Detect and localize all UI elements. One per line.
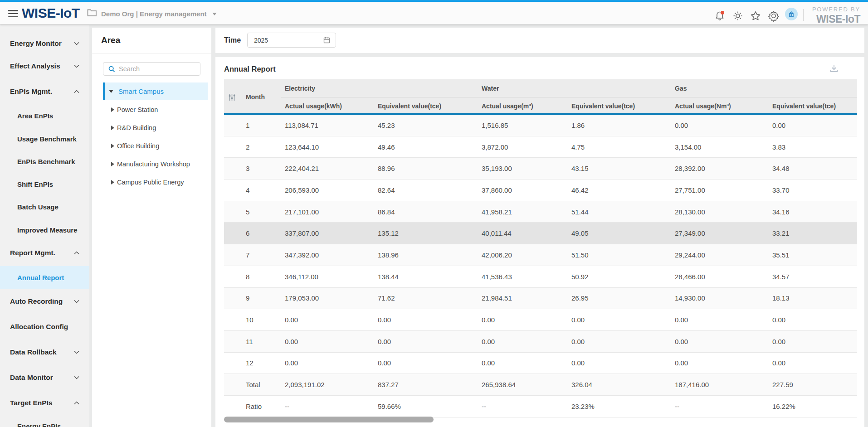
sidebar-item-usage-benchmark[interactable]: Usage Benchmark [0,129,89,149]
sidebar-item-annual-report[interactable]: Annual Report [0,266,89,289]
favorite-star-icon[interactable] [749,10,762,22]
tree-node-smart-campus[interactable]: Smart Campus [103,82,208,100]
sidebar-item-report-mgmt[interactable]: Report Mgmt. [0,243,89,263]
column-header[interactable]: Actual usage(kWh) [285,97,342,115]
chevron-down-icon [74,350,79,354]
cell: 45.23 [378,121,482,129]
column-header[interactable]: Equivalent value(tce) [772,97,836,115]
chevron-up-icon [74,251,79,255]
cell: 0.00 [675,359,772,367]
download-icon[interactable] [829,63,839,73]
sidebar-item-auto-recording[interactable]: Auto Recording [0,291,89,311]
sidebar-item-batch-usage[interactable]: Batch Usage [0,197,89,217]
table-row-5[interactable]: 5217,101.0086.8441,958.2151.4428,130.003… [224,201,857,223]
area-title-divider [92,53,211,53]
table-row-total[interactable]: Total2,093,191.02837.27265,938.64326.041… [224,374,857,396]
table-row-1[interactable]: 1113,084.7145.231,516.851.860.000.00 [224,115,857,136]
caret-right-icon[interactable] [111,126,114,130]
sidebar-item-shift-enpis[interactable]: Shift EnPIs [0,174,89,194]
column-header[interactable]: Equivalent value(tce) [378,97,441,115]
cell: 0.00 [378,338,482,345]
sidebar-item-energy-monitor[interactable]: Energy Monitor [0,34,89,53]
sidebar-item-allocation-config[interactable]: Allocation Config [0,317,89,337]
caret-right-icon[interactable] [111,180,114,184]
cell-month: 12 [224,359,285,367]
sidebar-item-data-rollback[interactable]: Data Rollback [0,342,89,362]
table-row-10[interactable]: 100.000.000.000.000.000.00 [224,309,857,331]
caret-right-icon[interactable] [111,107,114,112]
selected-accent-bar [103,82,105,100]
cell: 51.44 [571,208,675,216]
column-header[interactable]: Equivalent value(tce) [571,97,635,115]
table-row-4[interactable]: 4206,593.0082.6437,860.0046.4227,751.003… [224,180,857,201]
cell: 138.96 [378,251,482,259]
table-row-2[interactable]: 2123,644.1049.463,872.004.753,154.003.83 [224,136,857,158]
tree-node-manufacturing-workshop[interactable]: Manufacturing Workshop [92,155,211,173]
sidebar-item-enpis-benchmark[interactable]: EnPIs Benchmark [0,151,89,171]
table-row-6[interactable]: 6337,807.00135.1240,011.4449.0527,349.00… [224,223,857,244]
cell-month: 6 [224,229,285,237]
table-row-ratio[interactable]: Ratio--59.66%--23.23%--16.22% [224,396,857,417]
cell-month: 11 [224,338,285,345]
table-row-12[interactable]: 120.000.000.000.000.000.00 [224,353,857,374]
cell: 21,984.51 [482,294,571,302]
app-logo: WISE-IoT [22,5,80,21]
column-header-month[interactable]: Month [246,79,265,115]
column-header[interactable]: Actual usage(m³) [482,97,533,115]
cell: 0.00 [675,121,772,129]
table-row-9[interactable]: 9179,053.0071.6221,984.5126.9514,930.001… [224,288,857,310]
cell: 187,416.00 [675,381,772,388]
org-folder-icon [87,8,97,17]
cell: 3,872.00 [482,143,571,151]
sidebar-item-energy-enpis[interactable]: Energy EnPIs [0,416,89,427]
tree-node-campus-public-energy[interactable]: Campus Public Energy [92,173,211,191]
table-row-8[interactable]: 8346,112.00138.4441,536.4350.9228,466.00… [224,266,857,288]
user-avatar[interactable] [785,8,798,20]
org-breadcrumb[interactable]: Demo Org | Energy management [101,8,217,19]
cell: 326.04 [571,381,675,388]
search-input[interactable]: Search [103,62,200,76]
cell: 217,101.00 [285,208,378,216]
cell: 46.42 [571,186,675,194]
powered-by: POWERED BY WISE-IoT [812,6,860,25]
sidebar-item-data-monitor[interactable]: Data Monitor [0,368,89,388]
horizontal-scrollbar-thumb[interactable] [224,417,434,422]
column-header[interactable]: Actual usage(Nm³) [675,97,731,115]
year-picker[interactable]: 2025 [247,33,336,48]
table-row-7[interactable]: 7347,392.00138.9642,006.2051.5029,244.00… [224,244,857,266]
sidebar-item-improved-measure[interactable]: Improved Measure [0,220,89,240]
settings-gear-icon[interactable] [767,10,780,22]
cell: 49.46 [378,143,482,151]
time-toolbar: Time 2025 [215,28,864,53]
column-filter-icon[interactable] [228,93,236,101]
cell: 1.86 [571,121,675,129]
cell: 837.27 [378,381,482,388]
caret-down-icon[interactable] [109,90,113,93]
table-row-3[interactable]: 3222,404.2188.9635,193.0043.1528,392.003… [224,158,857,180]
table-row-11[interactable]: 110.000.000.000.000.000.00 [224,331,857,353]
cell: 0.00 [571,316,675,324]
tree-node-r-d-building[interactable]: R&D Building [92,119,211,137]
sidebar-item-effect-analysis[interactable]: Effect Analysis [0,56,89,76]
sidebar-item-area-enpis[interactable]: Area EnPIs [0,106,89,126]
cell: 0.00 [482,359,571,367]
cell-month: 9 [224,294,285,302]
menu-icon[interactable] [8,10,18,18]
cell: 28,392.00 [675,165,772,172]
theme-brightness-icon[interactable] [731,10,744,22]
cell: 26.95 [571,294,675,302]
chevron-up-icon [74,90,79,93]
caret-right-icon[interactable] [111,144,114,148]
sidebar-item-target-enpis[interactable]: Target EnPIs [0,393,89,413]
caret-right-icon[interactable] [111,162,114,166]
cell: 33.70 [772,186,857,194]
notifications-bell-icon[interactable] [713,10,726,22]
sidebar-item-label: Area EnPIs [17,112,53,120]
tree-node-office-building[interactable]: Office Building [92,137,211,155]
cell: 71.62 [378,294,482,302]
search-placeholder: Search [119,65,140,73]
sidebar-item-label: Improved Measure [17,226,78,234]
tree-node-power-station[interactable]: Power Station [92,101,211,119]
cell: 4.75 [571,143,675,151]
sidebar-item-enpis-mgmt[interactable]: EnPIs Mgmt. [0,82,89,102]
